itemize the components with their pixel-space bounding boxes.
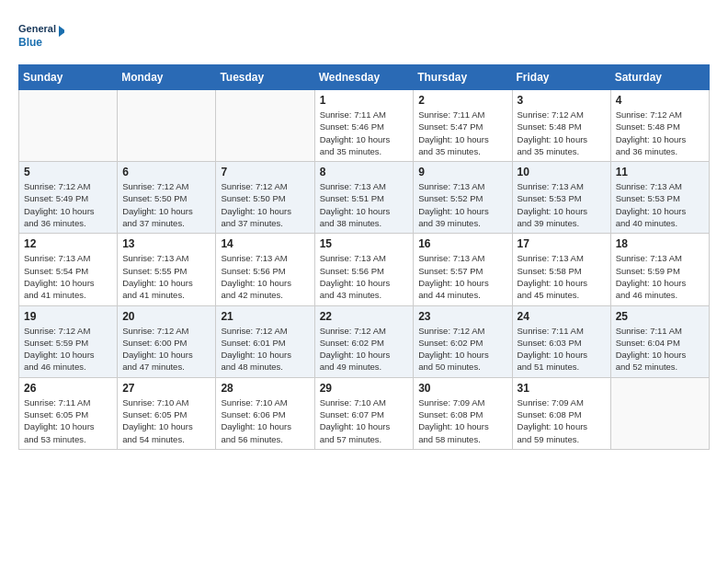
calendar-cell: 20Sunrise: 7:12 AM Sunset: 6:00 PM Dayli…: [118, 305, 216, 377]
calendar-cell: [19, 90, 118, 162]
day-info: Sunrise: 7:13 AM Sunset: 5:59 PM Dayligh…: [616, 252, 704, 301]
calendar-cell: 28Sunrise: 7:10 AM Sunset: 6:06 PM Dayli…: [216, 377, 314, 449]
calendar-cell: 18Sunrise: 7:13 AM Sunset: 5:59 PM Dayli…: [610, 234, 709, 305]
day-number: 1: [320, 94, 409, 107]
day-info: Sunrise: 7:12 AM Sunset: 5:59 PM Dayligh…: [24, 325, 112, 373]
day-info: Sunrise: 7:13 AM Sunset: 5:51 PM Dayligh…: [320, 180, 409, 229]
day-info: Sunrise: 7:11 AM Sunset: 5:46 PM Dayligh…: [320, 109, 409, 157]
calendar-cell: 3Sunrise: 7:12 AM Sunset: 5:48 PM Daylig…: [512, 90, 610, 162]
day-number: 10: [518, 166, 606, 178]
day-info: Sunrise: 7:12 AM Sunset: 6:02 PM Dayligh…: [418, 325, 506, 373]
day-info: Sunrise: 7:12 AM Sunset: 5:49 PM Dayligh…: [24, 180, 112, 229]
day-info: Sunrise: 7:12 AM Sunset: 6:00 PM Dayligh…: [122, 325, 210, 373]
calendar-header-saturday: Saturday: [610, 65, 709, 90]
day-number: 5: [24, 166, 112, 178]
day-info: Sunrise: 7:13 AM Sunset: 5:53 PM Dayligh…: [616, 180, 704, 229]
calendar-cell: [610, 377, 709, 449]
day-info: Sunrise: 7:10 AM Sunset: 6:07 PM Dayligh…: [320, 396, 409, 445]
day-number: 13: [122, 237, 210, 250]
calendar-cell: 1Sunrise: 7:11 AM Sunset: 5:46 PM Daylig…: [314, 90, 414, 162]
calendar-cell: 9Sunrise: 7:13 AM Sunset: 5:52 PM Daylig…: [414, 162, 512, 234]
calendar-cell: [216, 90, 314, 162]
day-number: 26: [24, 382, 112, 395]
day-info: Sunrise: 7:12 AM Sunset: 6:01 PM Dayligh…: [221, 325, 309, 373]
page-header: General Blue: [18, 18, 710, 55]
day-number: 17: [518, 237, 606, 250]
day-info: Sunrise: 7:11 AM Sunset: 6:03 PM Dayligh…: [518, 325, 606, 373]
calendar-header-monday: Monday: [118, 65, 216, 90]
day-info: Sunrise: 7:13 AM Sunset: 5:58 PM Dayligh…: [518, 252, 606, 301]
calendar-week-row-4: 19Sunrise: 7:12 AM Sunset: 5:59 PM Dayli…: [19, 305, 710, 377]
calendar-cell: 21Sunrise: 7:12 AM Sunset: 6:01 PM Dayli…: [216, 305, 314, 377]
day-info: Sunrise: 7:12 AM Sunset: 6:02 PM Dayligh…: [320, 325, 409, 373]
day-number: 18: [616, 237, 704, 250]
day-number: 24: [518, 310, 606, 323]
day-info: Sunrise: 7:13 AM Sunset: 5:55 PM Dayligh…: [122, 252, 210, 301]
calendar-cell: 2Sunrise: 7:11 AM Sunset: 5:47 PM Daylig…: [414, 90, 512, 162]
calendar-cell: 12Sunrise: 7:13 AM Sunset: 5:54 PM Dayli…: [19, 234, 118, 305]
day-number: 11: [616, 166, 704, 178]
calendar-cell: 22Sunrise: 7:12 AM Sunset: 6:02 PM Dayli…: [314, 305, 414, 377]
calendar-cell: 19Sunrise: 7:12 AM Sunset: 5:59 PM Dayli…: [19, 305, 118, 377]
calendar-cell: 23Sunrise: 7:12 AM Sunset: 6:02 PM Dayli…: [414, 305, 512, 377]
day-number: 29: [320, 382, 409, 395]
calendar-cell: 11Sunrise: 7:13 AM Sunset: 5:53 PM Dayli…: [610, 162, 709, 234]
day-info: Sunrise: 7:13 AM Sunset: 5:56 PM Dayligh…: [221, 252, 309, 301]
day-number: 23: [418, 310, 506, 323]
day-number: 25: [616, 310, 704, 323]
day-info: Sunrise: 7:13 AM Sunset: 5:56 PM Dayligh…: [320, 252, 409, 301]
day-number: 22: [320, 310, 409, 323]
calendar-cell: 27Sunrise: 7:10 AM Sunset: 6:05 PM Dayli…: [118, 377, 216, 449]
day-info: Sunrise: 7:10 AM Sunset: 6:06 PM Dayligh…: [221, 396, 309, 445]
day-number: 9: [418, 166, 506, 178]
day-number: 19: [24, 310, 112, 323]
calendar-cell: 6Sunrise: 7:12 AM Sunset: 5:50 PM Daylig…: [118, 162, 216, 234]
calendar-cell: 24Sunrise: 7:11 AM Sunset: 6:03 PM Dayli…: [512, 305, 610, 377]
calendar-header-sunday: Sunday: [19, 65, 118, 90]
calendar-header-wednesday: Wednesday: [314, 65, 414, 90]
day-number: 27: [122, 382, 210, 395]
calendar-cell: 13Sunrise: 7:13 AM Sunset: 5:55 PM Dayli…: [118, 234, 216, 305]
calendar-week-row-1: 1Sunrise: 7:11 AM Sunset: 5:46 PM Daylig…: [19, 90, 710, 162]
day-number: 6: [122, 166, 210, 178]
calendar-cell: 5Sunrise: 7:12 AM Sunset: 5:49 PM Daylig…: [19, 162, 118, 234]
calendar-header-thursday: Thursday: [414, 65, 512, 90]
day-info: Sunrise: 7:11 AM Sunset: 6:05 PM Dayligh…: [24, 396, 112, 445]
day-info: Sunrise: 7:13 AM Sunset: 5:53 PM Dayligh…: [518, 180, 606, 229]
calendar-cell: 8Sunrise: 7:13 AM Sunset: 5:51 PM Daylig…: [314, 162, 414, 234]
calendar-cell: 26Sunrise: 7:11 AM Sunset: 6:05 PM Dayli…: [19, 377, 118, 449]
calendar-week-row-2: 5Sunrise: 7:12 AM Sunset: 5:49 PM Daylig…: [19, 162, 710, 234]
day-number: 14: [221, 237, 309, 250]
calendar-cell: 4Sunrise: 7:12 AM Sunset: 5:48 PM Daylig…: [610, 90, 709, 162]
calendar-cell: 17Sunrise: 7:13 AM Sunset: 5:58 PM Dayli…: [512, 234, 610, 305]
day-info: Sunrise: 7:10 AM Sunset: 6:05 PM Dayligh…: [122, 396, 210, 445]
day-number: 21: [221, 310, 309, 323]
day-info: Sunrise: 7:12 AM Sunset: 5:48 PM Dayligh…: [518, 109, 606, 157]
day-number: 8: [320, 166, 409, 178]
day-info: Sunrise: 7:11 AM Sunset: 6:04 PM Dayligh…: [616, 325, 704, 373]
day-number: 16: [418, 237, 506, 250]
day-number: 4: [616, 94, 704, 107]
logo: General Blue: [18, 18, 64, 55]
day-number: 28: [221, 382, 309, 395]
day-info: Sunrise: 7:09 AM Sunset: 6:08 PM Dayligh…: [418, 396, 506, 445]
calendar-week-row-5: 26Sunrise: 7:11 AM Sunset: 6:05 PM Dayli…: [19, 377, 710, 449]
calendar-header-tuesday: Tuesday: [216, 65, 314, 90]
day-info: Sunrise: 7:13 AM Sunset: 5:54 PM Dayligh…: [24, 252, 112, 301]
calendar-cell: 25Sunrise: 7:11 AM Sunset: 6:04 PM Dayli…: [610, 305, 709, 377]
day-number: 15: [320, 237, 409, 250]
day-info: Sunrise: 7:13 AM Sunset: 5:57 PM Dayligh…: [418, 252, 506, 301]
day-number: 3: [518, 94, 606, 107]
calendar-cell: 16Sunrise: 7:13 AM Sunset: 5:57 PM Dayli…: [414, 234, 512, 305]
day-number: 7: [221, 166, 309, 178]
day-number: 2: [418, 94, 506, 107]
calendar-cell: 10Sunrise: 7:13 AM Sunset: 5:53 PM Dayli…: [512, 162, 610, 234]
day-info: Sunrise: 7:09 AM Sunset: 6:08 PM Dayligh…: [518, 396, 606, 445]
calendar-table: SundayMondayTuesdayWednesdayThursdayFrid…: [18, 64, 710, 450]
day-info: Sunrise: 7:12 AM Sunset: 5:48 PM Dayligh…: [616, 109, 704, 157]
logo-svg: General Blue: [18, 18, 64, 55]
day-number: 30: [418, 382, 506, 395]
day-info: Sunrise: 7:12 AM Sunset: 5:50 PM Dayligh…: [221, 180, 309, 229]
calendar-cell: 7Sunrise: 7:12 AM Sunset: 5:50 PM Daylig…: [216, 162, 314, 234]
day-info: Sunrise: 7:13 AM Sunset: 5:52 PM Dayligh…: [418, 180, 506, 229]
